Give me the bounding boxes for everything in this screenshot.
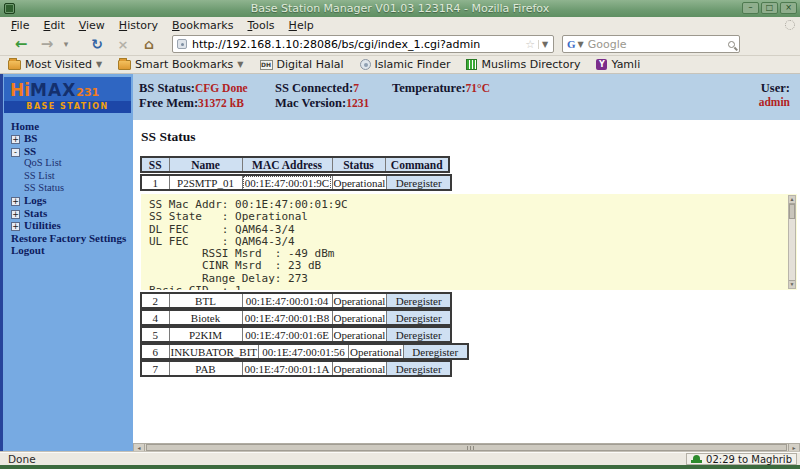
back-button[interactable]: ← xyxy=(8,35,34,53)
menu-edit[interactable]: Edit xyxy=(36,19,71,32)
table-row: 7 PAB 00:1E:47:00:01:1A Operational Dere… xyxy=(140,360,452,377)
menu-view[interactable]: View xyxy=(72,19,112,32)
menu-bar: File Edit View History Bookmarks Tools H… xyxy=(0,17,800,33)
chevron-down-icon: ▼ xyxy=(237,60,243,69)
sidebar-item-qos-list[interactable]: QoS List xyxy=(3,157,133,169)
sidebar-item-ss-list[interactable]: SS List xyxy=(3,170,133,182)
sidebar-item-ss-status[interactable]: SS Status xyxy=(3,182,133,194)
prayer-times-panel[interactable]: 02:29 to Maghrib xyxy=(686,453,797,465)
close-button[interactable]: × xyxy=(780,2,797,14)
scrollbar-grip xyxy=(467,446,474,450)
scroll-down-icon[interactable]: ▼ xyxy=(789,280,795,288)
mac-address-link[interactable]: 00:1E:47:00:01:9C xyxy=(242,175,332,190)
col-name: Name xyxy=(169,157,242,172)
page-title: SS Status xyxy=(141,129,195,145)
table-row: 4 Biotek 00:1E:47:00:01:B8 Operational D… xyxy=(140,309,452,326)
deregister-button[interactable]: Deregister xyxy=(387,361,451,376)
expand-plus-icon[interactable]: + xyxy=(11,210,20,219)
home-button[interactable]: ⌂ xyxy=(136,36,162,52)
ss-detail-box[interactable]: SS Mac Addr: 00:1E:47:00:01:9C SS State … xyxy=(141,194,797,290)
dh-monogram-icon: DH xyxy=(260,60,273,70)
status-header-band: BS Status:CFG Done SS Connected:7 Temper… xyxy=(133,74,800,120)
menu-file[interactable]: File xyxy=(4,19,36,32)
collapse-minus-icon[interactable]: - xyxy=(11,148,20,157)
url-input[interactable]: http://192.168.1.10:28086/bs/cgi/index_1… xyxy=(192,38,525,51)
menu-bookmarks[interactable]: Bookmarks xyxy=(165,19,240,32)
search-engine-icon: G xyxy=(567,38,576,50)
ss-detail-text: SS Mac Addr: 00:1E:47:00:01:9C SS State … xyxy=(141,194,797,290)
page-content: HiMAX231 BASE STATION Home +BS -SS QoS L… xyxy=(0,74,800,452)
main-panel: BS Status:CFG Done SS Connected:7 Temper… xyxy=(133,74,800,452)
expand-plus-icon[interactable]: + xyxy=(11,197,20,206)
navigation-toolbar: ← → ▾ ↻ × ⌂ http://192.168.1.10:28086/bs… xyxy=(0,33,800,56)
sidebar-item-restore-factory-settings[interactable]: Restore Factory Settings xyxy=(3,232,133,244)
bookmark-yamli[interactable]: Y Yamli xyxy=(596,58,640,71)
mac-address-link[interactable]: 00:1E:47:00:01:1A xyxy=(242,361,332,376)
mac-address-link[interactable]: 00:1E:47:00:01:04 xyxy=(242,293,332,308)
col-status: Status xyxy=(332,157,385,172)
bookmark-most-visited[interactable]: Most Visited ▼ xyxy=(8,58,102,71)
detail-vertical-scrollbar[interactable]: ▲ ▼ xyxy=(788,195,796,289)
user-value: admin xyxy=(759,96,790,108)
window-title: Base Station Manager V01.03 1231R4 - Moz… xyxy=(0,2,800,15)
temperature-field: Temperature:71°C xyxy=(392,81,490,96)
deregister-button[interactable]: Deregister xyxy=(387,175,451,190)
history-dropdown-icon[interactable]: ▾ xyxy=(60,39,72,49)
folder-icon xyxy=(8,60,21,70)
col-ss: SS xyxy=(141,157,169,172)
scroll-right-icon[interactable]: ▸ xyxy=(788,444,799,451)
bookmark-smart-bookmarks[interactable]: Smart Bookmarks ▼ xyxy=(118,58,243,71)
sidebar-item-logout[interactable]: Logout xyxy=(3,244,133,256)
bookmark-digital-halal[interactable]: DH Digital Halal xyxy=(260,58,344,71)
scrollbar-thumb[interactable] xyxy=(146,444,787,451)
sidebar-item-logs[interactable]: +Logs xyxy=(3,194,133,206)
sidebar-item-utilities[interactable]: +Utilities xyxy=(3,219,133,231)
url-dropdown-icon[interactable]: ▼ xyxy=(538,40,551,49)
mac-address-link[interactable]: 00:1E:47:00:01:6E xyxy=(242,327,332,342)
window-bottom-edge xyxy=(0,465,800,469)
minimize-button[interactable]: – xyxy=(742,2,759,14)
himax-logo: HiMAX231 BASE STATION xyxy=(4,77,131,113)
deregister-button[interactable]: Deregister xyxy=(404,344,468,359)
bookmark-islamic-finder[interactable]: Islamic Finder xyxy=(360,58,451,71)
reload-button[interactable]: ↻ xyxy=(84,36,110,52)
sidebar-item-ss[interactable]: -SS xyxy=(3,145,133,157)
ss-table-header: SS Name MAC Address Status Command xyxy=(140,156,450,173)
search-bar[interactable]: G ▼ Google xyxy=(562,35,740,53)
url-bar[interactable]: http://192.168.1.10:28086/bs/cgi/index_1… xyxy=(172,35,554,53)
window-titlebar: Base Station Manager V01.03 1231R4 - Moz… xyxy=(0,0,800,17)
logo-subtitle: BASE STATION xyxy=(4,101,131,113)
expand-plus-icon[interactable]: + xyxy=(11,222,20,231)
maximize-button[interactable]: □ xyxy=(761,2,778,14)
sidebar-item-bs[interactable]: +BS xyxy=(3,132,133,144)
throbber-icon xyxy=(785,20,795,30)
chevron-down-icon: ▼ xyxy=(96,60,102,69)
free-mem-field: Free Mem:31372 kB xyxy=(139,96,244,111)
sidebar: HiMAX231 BASE STATION Home +BS -SS QoS L… xyxy=(0,74,133,452)
scrollbar-thumb[interactable] xyxy=(789,204,795,219)
menu-help[interactable]: Help xyxy=(282,19,321,32)
mac-version-field: Mac Version:1231 xyxy=(275,96,369,111)
deregister-button[interactable]: Deregister xyxy=(387,327,451,342)
sidebar-item-stats[interactable]: +Stats xyxy=(3,207,133,219)
search-icon[interactable] xyxy=(728,41,735,48)
forward-button[interactable]: → xyxy=(34,35,60,53)
deregister-button[interactable]: Deregister xyxy=(387,293,451,308)
menu-history[interactable]: History xyxy=(112,19,165,32)
user-label: User: xyxy=(761,81,790,96)
expand-plus-icon[interactable]: + xyxy=(11,135,20,144)
menu-tools[interactable]: Tools xyxy=(240,19,281,32)
mac-address-link[interactable]: 00:1E:47:00:01:56 xyxy=(259,344,349,359)
stop-button[interactable]: × xyxy=(110,37,136,52)
globe-icon xyxy=(360,59,371,70)
bookmark-muslims-directory[interactable]: Muslims Directory xyxy=(466,58,580,71)
search-input[interactable]: Google xyxy=(588,38,728,51)
bookmark-star-icon[interactable]: ☆ xyxy=(525,38,535,51)
scroll-left-icon[interactable]: ◂ xyxy=(134,444,145,451)
sidebar-item-home[interactable]: Home xyxy=(3,120,133,132)
scroll-up-icon[interactable]: ▲ xyxy=(789,196,795,204)
mac-address-link[interactable]: 00:1E:47:00:01:B8 xyxy=(242,310,332,325)
horizontal-scrollbar[interactable]: ◂ ▸ xyxy=(133,443,800,452)
search-engine-dropdown-icon[interactable]: ▼ xyxy=(578,40,584,49)
deregister-button[interactable]: Deregister xyxy=(387,310,451,325)
